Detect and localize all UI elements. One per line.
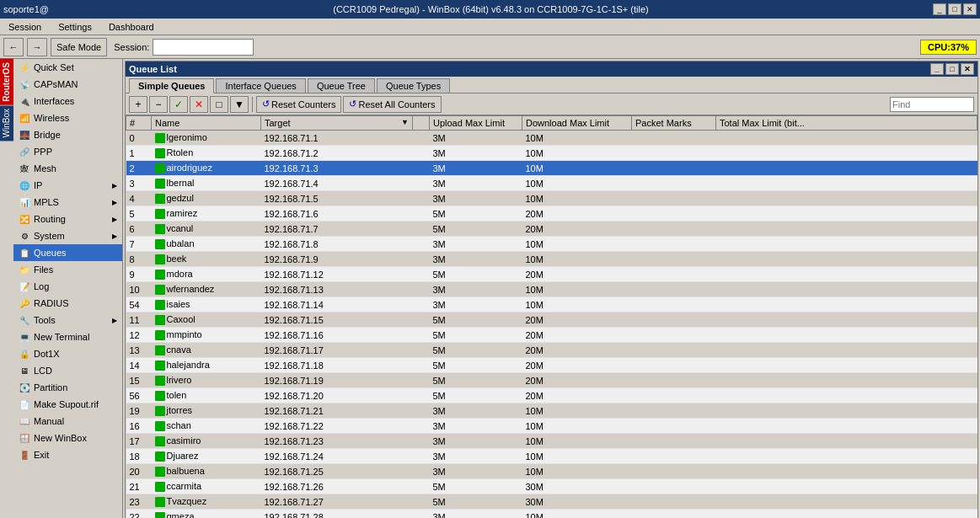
queue-close-btn[interactable]: ✕ — [961, 63, 974, 75]
add-button[interactable]: + — [129, 96, 147, 113]
safe-mode-button[interactable]: Safe Mode — [51, 38, 107, 56]
table-row[interactable]: 15 lrivero 192.168.71.19 5M 20M — [126, 373, 977, 388]
sidebar-item-makesupout[interactable]: 📄 Make Supout.rif — [13, 396, 122, 413]
cell-empty — [413, 176, 430, 191]
table-row[interactable]: 3 lbernal 192.168.71.4 3M 10M — [126, 176, 977, 191]
sidebar-item-newwinbox[interactable]: 🪟 New WinBox — [13, 430, 122, 446]
sidebar-item-quickset[interactable]: ⚡ Quick Set — [13, 59, 122, 76]
sidebar-item-routing[interactable]: 🔀 Routing ▶ — [13, 211, 122, 227]
cell-total — [716, 312, 977, 328]
cell-download: 20M — [522, 206, 632, 222]
tab-simple-queues[interactable]: Simple Queues — [129, 78, 214, 93]
back-button[interactable]: ← — [3, 38, 24, 56]
close-button[interactable]: ✕ — [963, 3, 977, 15]
sidebar-item-wireless[interactable]: 📶 Wireless — [13, 109, 122, 126]
cell-id: 22 — [126, 510, 152, 519]
queue-maximize-btn[interactable]: □ — [945, 63, 959, 75]
files-icon: 📁 — [19, 264, 30, 275]
cell-empty — [413, 343, 430, 358]
queue-title-controls[interactable]: _ □ ✕ — [930, 63, 974, 75]
cell-target: 192.168.71.19 — [261, 373, 413, 388]
sidebar-item-dot1x[interactable]: 🔒 Dot1X — [13, 345, 122, 362]
table-row[interactable]: 20 balbuena 192.168.71.25 3M 10M — [126, 464, 977, 479]
sidebar-item-lcd[interactable]: 🖥 LCD — [13, 362, 122, 379]
tab-interface-queues[interactable]: Interface Queues — [216, 78, 305, 93]
sidebar-label-routing: Routing — [34, 214, 66, 224]
cell-id: 14 — [126, 358, 152, 373]
sidebar-item-capsman[interactable]: 📡 CAPsMAN — [13, 76, 122, 93]
find-input[interactable] — [890, 97, 974, 112]
copy-button[interactable]: □ — [210, 96, 228, 113]
cell-name: lgeronimo — [152, 131, 261, 146]
table-row[interactable]: 13 cnava 192.168.71.17 5M 20M — [126, 343, 977, 358]
minimize-button[interactable]: _ — [933, 3, 946, 15]
sidebar-item-queues[interactable]: 📋 Queues — [13, 244, 122, 261]
table-row[interactable]: 1 Rtolen 192.168.71.2 3M 10M — [126, 146, 977, 161]
table-row[interactable]: 22 gmeza 192.168.71.28 3M 10M — [126, 510, 977, 519]
disable-button[interactable]: ✕ — [190, 96, 208, 113]
sidebar-item-interfaces[interactable]: 🔌 Interfaces — [13, 93, 122, 109]
table-row[interactable]: 16 schan 192.168.71.22 3M 10M — [126, 419, 977, 434]
table-row[interactable]: 23 Tvazquez 192.168.71.27 5M 30M — [126, 494, 977, 510]
sidebar-item-log[interactable]: 📝 Log — [13, 278, 122, 295]
table-row[interactable]: 5 ramirez 192.168.71.6 5M 20M — [126, 206, 977, 222]
table-row[interactable]: 18 Djuarez 192.168.71.24 3M 10M — [126, 449, 977, 464]
app-title: (CCR1009 Pedregal) - WinBox (64bit) v6.4… — [49, 4, 933, 14]
col-name[interactable]: Name — [152, 116, 261, 131]
menu-dashboard[interactable]: Dashboard — [104, 20, 159, 34]
table-row[interactable]: 4 gedzul 192.168.71.5 3M 10M — [126, 191, 977, 206]
sidebar-item-tools[interactable]: 🔧 Tools ▶ — [13, 312, 122, 328]
maximize-button[interactable]: □ — [948, 3, 961, 15]
cell-id: 16 — [126, 419, 152, 434]
col-total[interactable]: Total Max Limit (bit... — [716, 116, 977, 131]
col-marks[interactable]: Packet Marks — [632, 116, 716, 131]
remove-button[interactable]: − — [149, 96, 168, 113]
col-target[interactable]: Target ▼ — [261, 116, 413, 131]
col-number[interactable]: # — [126, 116, 152, 131]
session-input[interactable] — [153, 39, 254, 56]
queue-minimize-btn[interactable]: _ — [930, 63, 944, 75]
table-row[interactable]: 8 beek 192.168.71.9 3M 10M — [126, 252, 977, 267]
tab-queue-tree[interactable]: Queue Tree — [308, 78, 375, 93]
table-container[interactable]: # Name Target ▼ Upload Max Limit Downloa… — [126, 115, 977, 518]
col-upload[interactable]: Upload Max Limit — [430, 116, 522, 131]
filter-button[interactable]: ▼ — [230, 96, 249, 113]
table-row[interactable]: 54 isaies 192.168.71.14 3M 10M — [126, 297, 977, 312]
forward-button[interactable]: → — [27, 38, 47, 56]
table-row[interactable]: 14 halejandra 192.168.71.18 5M 20M — [126, 358, 977, 373]
cpu-badge: CPU:37% — [920, 40, 977, 55]
col-download[interactable]: Download Max Limit — [522, 116, 632, 131]
sidebar-item-radius[interactable]: 🔑 RADIUS — [13, 295, 122, 312]
table-row[interactable]: 56 tolen 192.168.71.20 5M 20M — [126, 388, 977, 403]
table-row[interactable]: 2 airodriguez 192.168.71.3 3M 10M — [126, 161, 977, 176]
sidebar-item-ip[interactable]: 🌐 IP ▶ — [13, 177, 122, 194]
sidebar-item-exit[interactable]: 🚪 Exit — [13, 446, 122, 463]
sidebar-item-ppp[interactable]: 🔗 PPP — [13, 143, 122, 160]
table-row[interactable]: 9 mdora 192.168.71.12 5M 20M — [126, 267, 977, 282]
sidebar-item-bridge[interactable]: 🌉 Bridge — [13, 126, 122, 143]
winbox-label: WinBox — [0, 105, 13, 141]
enable-button[interactable]: ✓ — [169, 96, 188, 113]
table-row[interactable]: 21 ccarmita 192.168.71.26 5M 30M — [126, 479, 977, 494]
table-row[interactable]: 12 mmpinto 192.168.71.16 5M 20M — [126, 328, 977, 343]
reset-all-counters-button[interactable]: ↺ Reset All Counters — [343, 96, 441, 113]
menu-settings[interactable]: Settings — [53, 20, 97, 34]
menu-session[interactable]: Session — [3, 20, 46, 34]
title-bar-controls[interactable]: _ □ ✕ — [933, 3, 977, 15]
sidebar-item-system[interactable]: ⚙ System ▶ — [13, 227, 122, 244]
table-row[interactable]: 11 Caxool 192.168.71.15 5M 20M — [126, 312, 977, 328]
sidebar-item-mpls[interactable]: 📊 MPLS ▶ — [13, 194, 122, 211]
table-row[interactable]: 17 casimiro 192.168.71.23 3M 10M — [126, 434, 977, 449]
sidebar-item-manual[interactable]: 📖 Manual — [13, 413, 122, 430]
sidebar-item-partition[interactable]: 💽 Partition — [13, 379, 122, 396]
tab-queue-types[interactable]: Queue Types — [377, 78, 450, 93]
sidebar-item-mesh[interactable]: 🕸 Mesh — [13, 160, 122, 177]
sidebar-item-newterminal[interactable]: 💻 New Terminal — [13, 328, 122, 345]
table-row[interactable]: 7 ubalan 192.168.71.8 3M 10M — [126, 237, 977, 252]
table-row[interactable]: 19 jtorres 192.168.71.21 3M 10M — [126, 403, 977, 419]
reset-counters-button[interactable]: ↺ Reset Counters — [256, 96, 341, 113]
table-row[interactable]: 10 wfernandez 192.168.71.13 3M 10M — [126, 282, 977, 297]
table-row[interactable]: 6 vcanul 192.168.71.7 5M 20M — [126, 222, 977, 237]
table-row[interactable]: 0 lgeronimo 192.168.71.1 3M 10M — [126, 131, 977, 146]
sidebar-item-files[interactable]: 📁 Files — [13, 261, 122, 278]
